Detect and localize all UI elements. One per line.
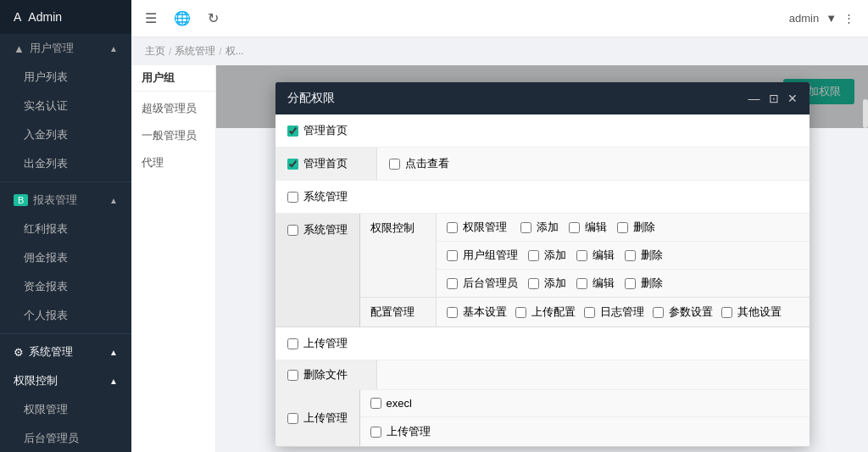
perm-checkbox-系统管理-top[interactable]: 系统管理 bbox=[287, 189, 348, 204]
checkbox-execl[interactable] bbox=[370, 398, 381, 409]
perm-action-删除-权限管理[interactable]: 删除 bbox=[617, 220, 655, 235]
perm-check-上传配置[interactable]: 上传配置 bbox=[515, 304, 576, 320]
more-icon[interactable]: ⋮ bbox=[843, 12, 854, 25]
ug-item-general[interactable]: 一般管理员 bbox=[131, 122, 215, 149]
checkbox-点击查看[interactable] bbox=[389, 159, 400, 170]
checkbox-系统管理-top[interactable] bbox=[287, 192, 298, 203]
checkbox-系统管理-complex[interactable] bbox=[287, 225, 298, 236]
checkbox-删除-后台[interactable] bbox=[625, 278, 636, 289]
perm-sub-管理首页[interactable]: 管理首页 bbox=[287, 156, 348, 171]
perm-check-基本设置[interactable]: 基本设置 bbox=[447, 304, 507, 320]
checkbox-编辑-后台[interactable] bbox=[576, 278, 587, 289]
perm-action-编辑-后台[interactable]: 编辑 bbox=[576, 276, 615, 291]
ug-item-agent[interactable]: 代理 bbox=[131, 149, 215, 176]
sidebar-item-入金列表[interactable]: 入金列表 bbox=[0, 120, 131, 149]
sidebar-item-实名认证[interactable]: 实名认证 bbox=[0, 92, 131, 120]
checkbox-管理首页[interactable] bbox=[287, 126, 298, 137]
checkbox-编辑-权限管理[interactable] bbox=[569, 222, 580, 233]
checkbox-日志管理[interactable] bbox=[584, 307, 595, 318]
ug-item-super[interactable]: 超级管理员 bbox=[131, 95, 215, 122]
perm-row-权限管理: 权限管理 添加 bbox=[437, 214, 810, 242]
perm-check-后台管理员[interactable]: 后台管理员 bbox=[447, 276, 518, 291]
breadcrumb-system[interactable]: 系统管理 bbox=[175, 44, 215, 59]
refresh-icon[interactable]: ↻ bbox=[208, 10, 219, 26]
perm-sub-actions: 点击查看 bbox=[377, 148, 810, 180]
checkbox-删除文件[interactable] bbox=[287, 370, 298, 381]
perm-check-权限管理[interactable]: 权限管理 bbox=[447, 220, 510, 235]
checkbox-编辑-用户组[interactable] bbox=[576, 250, 587, 261]
perm-check-其他设置[interactable]: 其他设置 bbox=[721, 304, 782, 320]
perm-action-添加-后台[interactable]: 添加 bbox=[528, 276, 566, 291]
close-button[interactable]: ✕ bbox=[787, 92, 798, 104]
arrow-icon-2: ▲ bbox=[109, 196, 118, 205]
perm-cell-管理首页-sub: 管理首页 bbox=[275, 148, 377, 180]
sidebar-group-报表管理[interactable]: B 报表管理 ▲ bbox=[0, 186, 131, 215]
checkbox-上传配置[interactable] bbox=[515, 307, 526, 318]
checkbox-添加-用户组[interactable] bbox=[528, 250, 539, 261]
perm-check-点击查看[interactable]: 点击查看 bbox=[389, 156, 449, 171]
sidebar-group-权限控制[interactable]: 权限控制 ▲ bbox=[0, 366, 131, 395]
checkbox-权限管理[interactable] bbox=[447, 222, 458, 233]
minimize-button[interactable]: — bbox=[748, 92, 760, 104]
perm-row-上传管理-simple: 上传管理 bbox=[275, 327, 810, 360]
arrow-icon: ▲ bbox=[109, 44, 118, 53]
sidebar-group-用户管理[interactable]: ▲ 用户管理 ▲ bbox=[0, 34, 131, 63]
checkbox-删除-权限管理[interactable] bbox=[617, 222, 628, 233]
perm-配置管理-section: 配置管理 基本设置 bbox=[360, 298, 810, 326]
sidebar-item-出金列表[interactable]: 出金列表 bbox=[0, 149, 131, 178]
perm-action-编辑-用户组[interactable]: 编辑 bbox=[576, 248, 615, 263]
sidebar-item-权限管理[interactable]: 权限管理 bbox=[0, 395, 131, 424]
perm-checkbox-系统管理-complex[interactable]: 系统管理 bbox=[287, 222, 348, 237]
perm-execl-section: execl 上传管理 bbox=[360, 390, 810, 446]
checkbox-参数设置[interactable] bbox=[653, 307, 664, 318]
perm-action-删除-后台[interactable]: 删除 bbox=[625, 276, 663, 291]
perm-action-添加-权限管理[interactable]: 添加 bbox=[520, 220, 559, 235]
perm-权限控制-children: 权限管理 添加 bbox=[437, 214, 810, 297]
perm-checkbox-管理首页[interactable]: 管理首页 bbox=[287, 123, 348, 138]
sidebar-item-资金报表[interactable]: 资金报表 bbox=[0, 272, 131, 301]
perm-check-execl[interactable]: execl bbox=[370, 397, 438, 410]
b-icon: B bbox=[14, 194, 28, 206]
perm-action-添加-用户组[interactable]: 添加 bbox=[528, 248, 566, 263]
breadcrumb-home[interactable]: 主页 bbox=[145, 44, 165, 59]
modal-body: 管理首页 管理首页 bbox=[275, 114, 810, 447]
perm-check-删除文件[interactable]: 删除文件 bbox=[287, 367, 348, 382]
perm-check-用户组管理[interactable]: 用户组管理 bbox=[447, 248, 518, 263]
checkbox-上传管理[interactable] bbox=[287, 338, 298, 349]
checkbox-上传管理-sub[interactable] bbox=[370, 427, 381, 438]
user-dropdown-icon[interactable]: ▼ bbox=[826, 12, 837, 25]
perm-check-上传管理-sub[interactable]: 上传管理 bbox=[370, 424, 438, 439]
sidebar-item-个人报表[interactable]: 个人报表 bbox=[0, 301, 131, 330]
checkbox-删除-用户组[interactable] bbox=[625, 250, 636, 261]
globe-icon[interactable]: 🌐 bbox=[174, 10, 191, 26]
gear-icon: ⚙ bbox=[14, 346, 24, 359]
perm-配置管理-options: 基本设置 上传配置 bbox=[437, 298, 810, 326]
checkbox-基本设置[interactable] bbox=[447, 307, 458, 318]
menu-icon[interactable]: ☰ bbox=[145, 10, 157, 26]
perm-check-日志管理[interactable]: 日志管理 bbox=[584, 304, 644, 320]
sidebar-item-红利报表[interactable]: 红利报表 bbox=[0, 215, 131, 243]
checkbox-添加-后台[interactable] bbox=[528, 278, 539, 289]
scrollbar[interactable] bbox=[863, 99, 868, 128]
perm-action-编辑-权限管理[interactable]: 编辑 bbox=[569, 220, 607, 235]
perm-删除文件-label-cell: 删除文件 bbox=[275, 360, 377, 389]
checkbox-其他设置[interactable] bbox=[721, 307, 732, 318]
sidebar-item-佣金报表[interactable]: 佣金报表 bbox=[0, 243, 131, 272]
sidebar: A Admin ▲ 用户管理 ▲ 用户列表 实名认证 入金列表 出金列表 B 报… bbox=[0, 0, 131, 452]
checkbox-后台管理员[interactable] bbox=[447, 278, 458, 289]
perm-checkbox-上传管理[interactable]: 上传管理 bbox=[287, 336, 348, 351]
checkbox-添加-权限管理[interactable] bbox=[520, 222, 531, 233]
checkbox-用户组管理[interactable] bbox=[447, 250, 458, 261]
perm-action-删除-用户组[interactable]: 删除 bbox=[625, 248, 663, 263]
topbar-left: ☰ 🌐 ↻ bbox=[145, 10, 219, 26]
checkbox-上传管理-2[interactable] bbox=[287, 413, 298, 424]
perm-check-参数设置[interactable]: 参数设置 bbox=[653, 304, 713, 320]
breadcrumb: 主页 / 系统管理 / 权... bbox=[131, 37, 868, 65]
perm-row-后台管理员: 后台管理员 添加 bbox=[437, 270, 810, 297]
sidebar-group-系统管理[interactable]: ⚙ 系统管理 ▲ bbox=[0, 338, 131, 366]
perm-check-上传管理-2[interactable]: 上传管理 bbox=[287, 410, 348, 426]
maximize-button[interactable]: ⊡ bbox=[769, 92, 779, 104]
checkbox-管理首页-sub[interactable] bbox=[287, 159, 298, 170]
sidebar-item-用户列表[interactable]: 用户列表 bbox=[0, 63, 131, 92]
sidebar-item-后台管理员[interactable]: 后台管理员 bbox=[0, 424, 131, 452]
